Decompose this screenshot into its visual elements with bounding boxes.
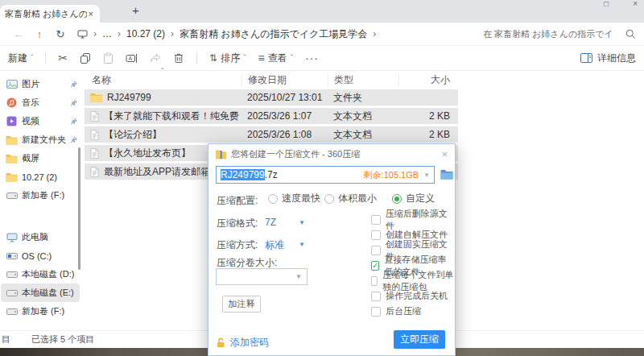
dialog-title-bar[interactable]: 您将创建一个压缩文件 - 360压缩 × (208, 144, 455, 164)
radio-3[interactable]: 自定义 (392, 192, 435, 205)
checkbox-label: 压缩每个文件到单独的压缩包 (382, 269, 455, 293)
breadcrumb-ellipsis[interactable]: … (102, 28, 112, 39)
sidebar-item-label: 本地磁盘 (E:) (22, 287, 78, 299)
file-size: 2 KB (398, 129, 458, 140)
breadcrumb-folder[interactable]: 10.27 (2) (126, 28, 165, 39)
window-close-button[interactable]: × (633, 0, 638, 8)
sidebar-item[interactable]: 截屏 (1, 149, 80, 168)
method-value[interactable]: 标准 (265, 238, 284, 252)
file-size: 2 KB (398, 110, 458, 122)
new-tab-button[interactable]: + (132, 3, 139, 17)
checkbox-label: 操作完成后关机 (386, 290, 448, 302)
copy-icon[interactable] (80, 52, 91, 64)
file-name: 【来了就能下载和观看！纯免费！】 (104, 110, 242, 123)
screen: 家畜射精 お姉さんの指示でイク × + □ × ← ↑ ↻ › … › 10.2… (0, 0, 644, 356)
filename-selected-text: RJ249799 (221, 169, 265, 180)
sidebar-item[interactable]: 本地磁盘 (D:) (1, 265, 80, 284)
chevron-down-icon: ˇ (243, 54, 246, 63)
dialog-close-icon[interactable]: × (441, 148, 448, 160)
tab-close-icon[interactable]: × (87, 9, 95, 19)
maximize-button[interactable]: □ (604, 0, 609, 8)
search-icon[interactable] (625, 29, 636, 39)
more-options-icon[interactable]: ··· (305, 52, 319, 64)
sidebar-item[interactable]: 新加卷 (F:) (1, 302, 80, 321)
sidebar-item[interactable]: OS (C:) (1, 246, 80, 265)
radio-1[interactable]: 速度最快 (268, 192, 320, 205)
sidebar-item-label: 新加卷 (F:) (22, 305, 78, 317)
sidebar-item-label: 此电脑 (22, 231, 78, 243)
sort-button[interactable]: ⇅ 排序 ˇ (209, 52, 246, 65)
toolbar-divider (45, 52, 46, 64)
sidebar-item[interactable]: 新建文件夹 (1, 130, 80, 149)
up-icon[interactable]: ↑ (29, 28, 50, 40)
sidebar-item[interactable]: 本地磁盘 (E:) (1, 284, 80, 302)
back-icon[interactable]: ← (8, 28, 29, 40)
view-button-label: 查看 (268, 52, 287, 65)
new-button[interactable]: 新建 ˇ (8, 52, 33, 65)
method-label: 压缩方式: (217, 238, 258, 252)
view-icon: ≡ (258, 52, 264, 64)
volume-size-select[interactable]: ▼ (216, 268, 308, 285)
dropdown-icon[interactable]: ▼ (299, 219, 305, 226)
cut-icon[interactable]: ✂ (58, 52, 68, 64)
radio-2[interactable]: 体积最小 (324, 192, 377, 205)
column-header-type[interactable]: 类型 (328, 73, 398, 87)
breadcrumb-current-folder[interactable]: 家畜射精 お姉さんの指示でイク工場見学会 (180, 27, 367, 41)
delete-icon[interactable] (173, 52, 184, 64)
sidebar-item[interactable]: 新加卷 (F:) (1, 186, 80, 205)
format-label: 压缩格式: (217, 217, 258, 230)
sidebar-item[interactable]: 视频 (1, 112, 80, 130)
this-pc-icon[interactable] (77, 30, 88, 39)
pin-icon (70, 136, 78, 143)
sidebar-item-label: 本地磁盘 (D:) (22, 268, 78, 280)
sidebar-item[interactable]: 图片 (1, 75, 80, 93)
column-header-date[interactable]: 修改日期 (242, 73, 328, 87)
archive-name-input[interactable]: RJ249799 .7z 剩余:105.1GB ▼ (216, 166, 435, 184)
paste-icon[interactable] (103, 52, 114, 64)
sidebar-item[interactable]: 此电脑 (1, 228, 80, 246)
sort-icon: ⇅ (209, 52, 217, 64)
dropdown-icon[interactable]: ▼ (299, 241, 305, 248)
table-row[interactable]: 【来了就能下载和观看！纯免费！】2025/3/26 1:07文本文档2 KB (85, 108, 458, 124)
add-password-link[interactable]: 添加密码 (217, 336, 269, 350)
svg-text:A: A (129, 56, 133, 61)
share-icon[interactable] (150, 53, 161, 64)
checkbox-label: 后台压缩 (386, 305, 421, 317)
radio-icon (268, 194, 278, 204)
checkbox-option[interactable]: 压缩后删除源文件 (371, 212, 455, 227)
radio-icon (324, 194, 334, 204)
sidebar-item-label: 10.27 (2) (22, 172, 78, 182)
sort-button-label: 排序 (221, 52, 240, 65)
lock-icon (217, 337, 225, 348)
format-value[interactable]: 7Z (265, 217, 276, 228)
checkbox-option[interactable]: 后台压缩 (371, 304, 455, 319)
checkbox-icon (371, 246, 381, 255)
search-input[interactable] (483, 29, 621, 39)
drive-icon (6, 290, 18, 296)
file-date: 2025/10/27 13:01 (242, 92, 328, 103)
checkbox-option[interactable]: 压缩每个文件到单独的压缩包 (371, 273, 455, 288)
refresh-icon[interactable]: ↻ (50, 28, 71, 40)
explorer-tab[interactable]: 家畜射精 お姉さんの指示でイク × (0, 5, 100, 23)
file-name: 【论坛介绍】 (104, 128, 162, 142)
sidebar-item-label: 图片 (22, 78, 66, 90)
sidebar-item[interactable]: 10.27 (2) (1, 168, 80, 186)
table-row[interactable]: 【论坛介绍】2025/3/26 1:08文本文档2 KB (85, 126, 458, 143)
add-comment-button[interactable]: 加注释 (222, 296, 261, 313)
view-button[interactable]: ≡ 查看 ˇ (258, 52, 293, 65)
checkbox-icon (371, 215, 381, 225)
add-password-label: 添加密码 (230, 336, 269, 350)
filename-extension: .7z (265, 169, 278, 180)
pin-icon (70, 81, 78, 88)
browse-folder-icon[interactable] (440, 169, 453, 180)
dropdown-icon[interactable]: ▼ (423, 172, 430, 179)
sidebar-list: 图片音乐视频新建文件夹截屏10.27 (2)新加卷 (F:)此电脑OS (C:)… (0, 75, 80, 321)
rename-icon[interactable]: A (126, 52, 138, 64)
radio-icon (392, 194, 402, 204)
compress-now-button[interactable]: 立即压缩 (394, 330, 445, 349)
sidebar-item-label: OS (C:) (22, 251, 78, 261)
sidebar-item[interactable]: 音乐 (1, 93, 80, 112)
column-header-size[interactable]: 大小 (398, 73, 458, 87)
details-pane-toggle[interactable]: 详细信息 (580, 52, 636, 65)
table-row[interactable]: RJ2497992025/10/27 13:01文件夹 (85, 89, 458, 106)
